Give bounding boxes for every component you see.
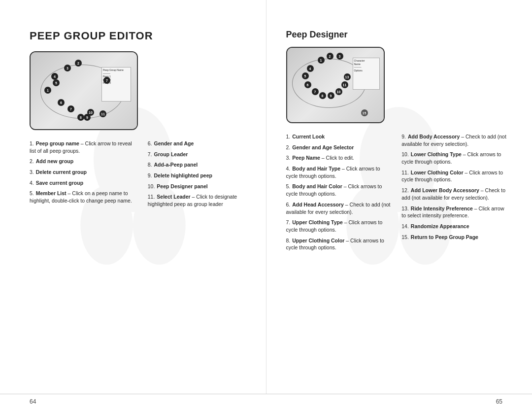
left-item-5: 5.Member List – Click on a peep name to …	[30, 190, 133, 204]
right-item-4: 4.Body and Hair Type – Click arrows to c…	[286, 165, 392, 179]
num-3: 3	[64, 65, 71, 71]
right-screenshot-inner: CharacterName———Options 2 3 1 4 5 6 7 8 …	[287, 48, 384, 122]
r-num-7: 7	[312, 88, 319, 95]
left-section: PEEP GROUP EDITOR Peep Group Name———Peep…	[0, 0, 266, 394]
right-screenshot: CharacterName———Options 2 3 1 4 5 6 7 8 …	[286, 47, 385, 123]
r-num-11: 11	[341, 81, 348, 88]
right-items-col2: 9.Add Body Accessory – Check to add (not…	[401, 133, 507, 240]
left-screenshot-inner: Peep Group Name———Peep 1Peep 2Peep 3 2 3…	[31, 52, 137, 129]
right-items-col1: 1.Current Look 2.Gender and Age Selector…	[286, 133, 392, 251]
left-item-6: 6.Gender and Age	[148, 140, 251, 147]
left-title: PEEP GROUP EDITOR	[30, 30, 251, 42]
right-item-15: 15.Return to Peep Group Page	[401, 234, 507, 241]
page-container: PEEP GROUP EDITOR Peep Group Name———Peep…	[0, 0, 532, 411]
left-item-7: 7.Group Leader	[148, 151, 251, 158]
right-info-panel: CharacterName———Options	[353, 58, 380, 90]
right-item-8: 8.Upper Clothing Color – Click arrows to…	[286, 237, 392, 251]
page-number-left: 64	[30, 398, 36, 405]
left-item-11: 11.Select Leader – Click to designate hi…	[148, 193, 251, 207]
num-2: 2	[75, 60, 82, 67]
left-items-col2: 6.Gender and Age 7.Group Leader 8.Add-a-…	[148, 140, 251, 208]
right-list-columns: 1.Current Look 2.Gender and Age Selector…	[286, 133, 508, 255]
right-title: Peep Designer	[286, 30, 508, 40]
right-item-9: 9.Add Body Accessory – Check to add (not…	[401, 133, 507, 147]
num-7: 7	[67, 105, 74, 112]
num-5: 5	[53, 79, 60, 86]
r-num-3: 3	[336, 53, 343, 60]
left-col1: 1.Peep group name – Click arrow to revea…	[30, 140, 133, 211]
r-num-9: 9	[328, 92, 334, 99]
left-item-1: 1.Peep group name – Click arrow to revea…	[30, 140, 133, 154]
left-item-10: 10.Peep Designer panel	[148, 183, 251, 190]
page-number-right: 65	[496, 398, 502, 405]
right-col2: 9.Add Body Accessory – Check to add (not…	[401, 133, 507, 255]
r-num-6: 6	[304, 81, 311, 88]
right-item-3: 3.Peep Name – Click to edit.	[286, 154, 392, 162]
num-right: 7	[103, 77, 110, 84]
num-6: 6	[58, 99, 65, 106]
r-num-15: 15	[361, 109, 368, 116]
r-num-13: 13	[344, 73, 351, 80]
left-item-8: 8.Add-a-Peep panel	[148, 161, 251, 169]
right-section: Peep Designer CharacterName———Options 2 …	[266, 0, 532, 394]
right-item-12: 12.Add Lower Body Accessory – Check to a…	[401, 187, 507, 201]
footer: 64 65	[0, 394, 532, 411]
num-8: 8	[77, 114, 84, 121]
right-item-7: 7.Upper Clothing Type – Click arrows to …	[286, 219, 392, 233]
num-4: 4	[51, 73, 58, 80]
left-item-3: 3.Delete current group	[30, 169, 133, 176]
r-num-10: 10	[335, 88, 342, 95]
r-num-1: 1	[318, 57, 325, 64]
left-items-col1: 1.Peep group name – Click arrow to revea…	[30, 140, 133, 205]
right-item-6: 6.Add Head Accessory – Check to add (not…	[286, 201, 392, 215]
right-item-14: 14.Randomize Appearance	[401, 223, 507, 230]
left-list-columns: 1.Peep group name – Click arrow to revea…	[30, 140, 251, 211]
r-num-4: 4	[307, 65, 314, 72]
info-panel: Peep Group Name———Peep 1Peep 2Peep 3	[101, 67, 131, 102]
right-item-11: 11.Lower Clothing Color – Click arrows t…	[401, 169, 507, 183]
right-item-1: 1.Current Look	[286, 133, 392, 140]
num-1-large: 1	[44, 87, 51, 94]
left-screenshot: Peep Group Name———Peep 1Peep 2Peep 3 2 3…	[30, 51, 138, 130]
left-item-4: 4.Save current group	[30, 179, 133, 187]
right-col1: 1.Current Look 2.Gender and Age Selector…	[286, 133, 392, 255]
main-content: PEEP GROUP EDITOR Peep Group Name———Peep…	[0, 0, 532, 394]
left-item-2: 2.Add new group	[30, 158, 133, 165]
right-item-10: 10.Lower Clothing Type – Click arrows to…	[401, 151, 507, 165]
left-col2: 6.Gender and Age 7.Group Leader 8.Add-a-…	[148, 140, 251, 211]
right-item-5: 5.Body and Hair Color – Click arrows to …	[286, 183, 392, 197]
left-item-9: 9.Delete highlighted peep	[148, 172, 251, 179]
r-num-5: 5	[302, 72, 309, 79]
right-item-2: 2.Gender and Age Selector	[286, 144, 392, 151]
num-9: 9	[84, 114, 91, 121]
num-11: 11	[100, 110, 106, 117]
right-item-13: 13.Ride Intensity Preference – Click arr…	[401, 205, 507, 219]
r-num-8: 8	[319, 92, 326, 99]
r-num-2: 2	[327, 53, 333, 60]
